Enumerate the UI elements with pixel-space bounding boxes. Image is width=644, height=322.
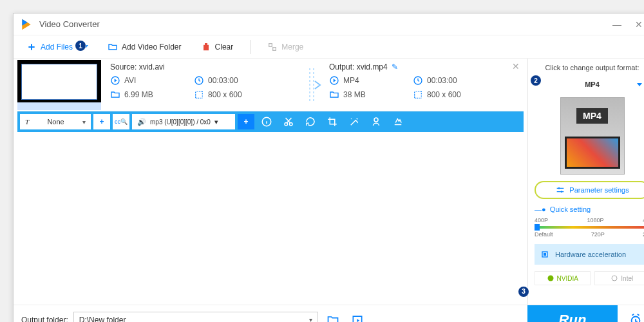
quick-setting-label: Quick setting xyxy=(550,205,591,213)
trash-icon xyxy=(201,42,211,52)
output-filename: xvid.mp4 xyxy=(357,62,388,71)
svg-point-15 xyxy=(351,118,352,120)
out-resolution: 800 x 600 xyxy=(427,90,461,99)
app-title: Video Converter xyxy=(39,19,606,29)
folder-plus-icon xyxy=(108,42,118,52)
svg-point-17 xyxy=(374,118,378,122)
src-resolution: 800 x 600 xyxy=(208,90,242,99)
annotation-badge-1: 1 xyxy=(75,41,86,51)
open-folder-button[interactable] xyxy=(348,310,367,323)
output-info: Output: xvid.mp4✎ MP4 00:03:00 38 MB 800… xyxy=(324,59,524,111)
add-audio-button[interactable]: + xyxy=(238,114,254,129)
titlebar: Video Converter — ✕ xyxy=(14,14,644,35)
svg-rect-3 xyxy=(273,47,276,50)
output-format-value: MP4 xyxy=(585,80,600,88)
enhance-tool-icon[interactable] xyxy=(388,112,408,131)
film-icon xyxy=(110,75,120,86)
video-thumbnail[interactable] xyxy=(17,60,101,110)
speaker-icon: 🔊 xyxy=(137,118,146,126)
svg-marker-9 xyxy=(334,79,336,82)
svg-rect-21 xyxy=(544,253,546,256)
resolution-icon xyxy=(194,90,204,100)
out-size: 38 MB xyxy=(343,90,366,99)
svg-marker-25 xyxy=(357,319,359,322)
format-preview[interactable]: MP4 xyxy=(560,97,625,175)
cc-button[interactable]: cc🔍 xyxy=(113,114,129,129)
output-panel: Click to change output format: 2 MP4 MP4… xyxy=(527,59,644,305)
source-filename: xvid.avi xyxy=(139,62,165,71)
browse-folder-button[interactable] xyxy=(323,310,343,323)
file-row: ✕ Source: xvid.avi AVI 00:03:00 6.99 MB … xyxy=(17,59,524,111)
annotation-badge-3: 3 xyxy=(518,287,529,297)
toolbar-divider xyxy=(250,40,251,54)
cut-tool-icon[interactable] xyxy=(279,112,298,131)
src-codec: AVI xyxy=(124,76,136,85)
clock-icon xyxy=(194,75,204,86)
bottom-bar: Output folder: D:\New folder ▾ 3 Run xyxy=(14,305,644,322)
remove-file-button[interactable]: ✕ xyxy=(512,61,520,71)
convert-arrow-icon xyxy=(305,59,324,111)
src-size: 6.99 MB xyxy=(124,90,153,99)
subtitle-value: None xyxy=(47,118,64,126)
resolution-icon xyxy=(413,90,423,100)
output-folder-value: D:\New folder xyxy=(79,316,126,323)
parameter-settings-button[interactable]: Parameter settings xyxy=(535,181,644,199)
minimize-button[interactable]: — xyxy=(606,19,628,30)
folder-icon xyxy=(110,90,120,100)
clock-icon xyxy=(413,75,423,86)
output-folder-field[interactable]: D:\New folder ▾ xyxy=(73,312,318,323)
app-logo-icon xyxy=(20,18,33,31)
plus-icon xyxy=(26,42,37,52)
parameter-settings-label: Parameter settings xyxy=(569,186,629,194)
watermark-tool-icon[interactable] xyxy=(366,112,386,131)
hw-accel-label: Hardware acceleration xyxy=(555,251,626,258)
source-info: Source: xvid.avi AVI 00:03:00 6.99 MB 80… xyxy=(105,59,305,111)
out-duration: 00:03:00 xyxy=(427,76,457,85)
rename-output-button[interactable]: ✎ xyxy=(392,62,398,71)
svg-point-19 xyxy=(561,191,563,193)
svg-rect-7 xyxy=(196,91,203,99)
chip-icon xyxy=(540,249,550,260)
output-folder-label: Output folder: xyxy=(21,316,68,323)
output-format-select[interactable]: MP4 xyxy=(535,78,644,91)
quick-setting: —●Quick setting 400P 1080P 4K Default 72… xyxy=(535,205,644,238)
merge-label: Merge xyxy=(281,43,303,52)
audio-track-select[interactable]: 🔊 mp3 (U[0][0][0]) / 0x0 ▾ xyxy=(132,114,235,129)
add-folder-button[interactable]: Add Video Folder xyxy=(102,39,187,55)
clear-label: Clear xyxy=(215,43,234,52)
src-duration: 00:03:00 xyxy=(208,76,238,85)
tick-default: Default xyxy=(535,231,553,238)
schedule-button[interactable] xyxy=(623,313,644,323)
crop-tool-icon[interactable] xyxy=(323,112,342,131)
tick-400p: 400P xyxy=(535,217,548,223)
close-button[interactable]: ✕ xyxy=(628,19,644,30)
add-subtitle-button[interactable]: + xyxy=(93,114,110,129)
run-button[interactable]: Run xyxy=(527,305,618,323)
svg-point-23 xyxy=(612,276,617,281)
svg-point-22 xyxy=(547,276,553,281)
info-tool-icon[interactable] xyxy=(257,112,276,131)
edit-toolbar: T None ▾ + cc🔍 🔊 mp3 (U[0][0][0]) / 0x0 … xyxy=(17,111,524,132)
svg-rect-11 xyxy=(415,91,422,99)
clear-button[interactable]: Clear xyxy=(196,39,239,55)
chevron-down-icon: ▾ xyxy=(309,316,312,322)
tick-720p: 720P xyxy=(591,231,605,238)
toolbar: 1 Add Files Add Video Folder Clear Merge xyxy=(14,35,644,59)
subtitle-select[interactable]: T None ▾ xyxy=(20,114,91,129)
gpu-options: NVIDIA Intel xyxy=(535,271,644,285)
folder-icon xyxy=(329,90,339,100)
source-label: Source: xyxy=(110,62,137,71)
add-files-label: Add Files xyxy=(41,43,73,52)
sliders-icon xyxy=(555,185,565,195)
quality-slider[interactable] xyxy=(535,226,644,229)
chevron-down-icon xyxy=(637,83,642,86)
rotate-tool-icon[interactable] xyxy=(301,112,320,131)
svg-marker-5 xyxy=(115,79,117,82)
nvidia-option[interactable]: NVIDIA xyxy=(535,271,591,285)
tick-1080p: 1080P xyxy=(587,217,603,223)
merge-button[interactable]: Merge xyxy=(262,39,308,55)
hardware-acceleration-button[interactable]: Hardware acceleration xyxy=(535,244,644,265)
effects-tool-icon[interactable] xyxy=(345,112,364,131)
add-folder-label: Add Video Folder xyxy=(122,43,182,52)
intel-option[interactable]: Intel xyxy=(594,271,645,285)
